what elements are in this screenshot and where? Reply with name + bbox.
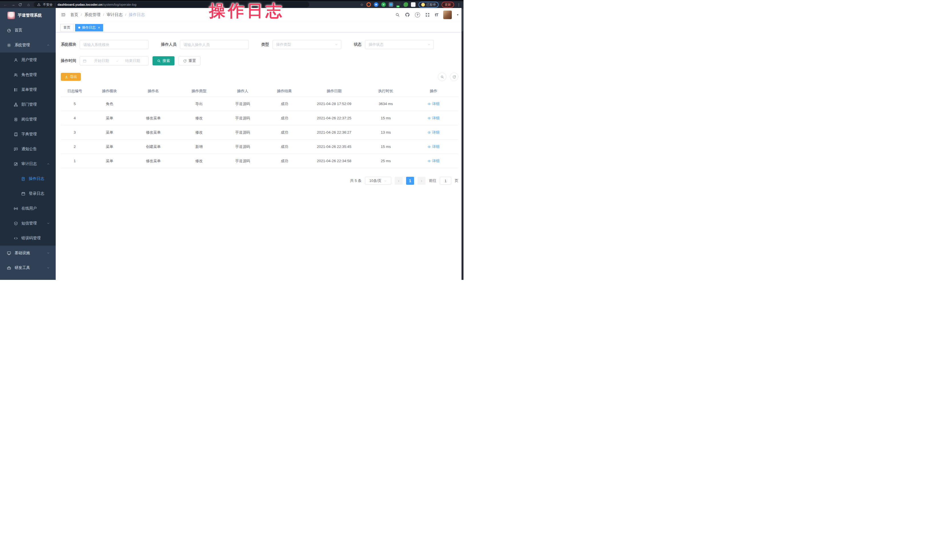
org-tree-icon	[14, 103, 18, 107]
detail-link-label: 详细	[432, 158, 439, 164]
page-number-button[interactable]: 1	[406, 177, 414, 185]
update-button[interactable]: 更新	[442, 2, 454, 8]
sidebar-item-system[interactable]: 系统管理	[0, 38, 56, 53]
sidebar-item-error-codes[interactable]: 错误码管理	[0, 231, 56, 246]
sidebar-item-online-users[interactable]: 在线用户	[0, 201, 56, 216]
total-count: 共 5 条	[350, 178, 362, 183]
prev-page-button[interactable]: ‹	[395, 177, 403, 185]
detail-link[interactable]: 详细	[409, 158, 458, 164]
cell-op-type: 导出	[176, 102, 222, 106]
column-header: 操作	[409, 88, 458, 94]
page-scrollbar[interactable]	[462, 8, 464, 280]
browser-forward-icon[interactable]: →	[11, 3, 16, 6]
refresh-table-button[interactable]	[450, 73, 458, 81]
cell-operator: 芋道源码	[222, 116, 264, 121]
sidebar-item-roles[interactable]: 角色管理	[0, 67, 56, 82]
breadcrumb-separator: /	[103, 12, 104, 17]
sidebar-collapse-icon[interactable]	[61, 12, 66, 17]
code-icon	[14, 236, 18, 240]
toggle-search-button[interactable]	[438, 73, 446, 81]
profile-paused-chip[interactable]: 已暂停	[418, 2, 439, 8]
scrollbar-thumb[interactable]	[462, 9, 463, 32]
browser-home-icon[interactable]: ⌂	[26, 3, 31, 6]
extension-icon[interactable]: V	[381, 2, 386, 7]
user-icon	[14, 58, 18, 62]
fullscreen-icon[interactable]	[425, 12, 430, 17]
export-button-label: 导出	[70, 74, 77, 79]
browser-back-icon[interactable]: ←	[3, 3, 8, 6]
chevron-down-icon	[335, 43, 338, 46]
detail-link-label: 详细	[432, 144, 439, 149]
next-page-button[interactable]: ›	[418, 177, 426, 185]
sidebar-item-label: 错误码管理	[21, 235, 41, 241]
help-icon[interactable]: ?	[415, 12, 420, 17]
cell-log-id: 4	[61, 116, 88, 120]
badge-icon	[14, 117, 18, 121]
extension-icon[interactable]	[404, 2, 408, 7]
cell-op-type: 修改	[176, 116, 222, 121]
page-size-select[interactable]: 10条/页	[365, 177, 391, 185]
extension-icon[interactable]: on	[396, 2, 401, 7]
type-select[interactable]: 操作类型	[272, 40, 341, 49]
sidebar-item-sms[interactable]: 短信管理	[0, 216, 56, 231]
app-logo[interactable]: 芋道管理系统	[0, 8, 56, 23]
puzzle-extension-icon[interactable]	[411, 2, 415, 7]
cell-module: 菜单	[88, 116, 130, 121]
tab-home[interactable]: 首页	[60, 24, 73, 32]
sidebar-item-home[interactable]: 首页	[0, 23, 56, 38]
tab-operate-log[interactable]: 操作日志 ×	[75, 24, 103, 32]
chevron-down-icon	[427, 43, 431, 46]
breadcrumb-item[interactable]: 首页	[70, 12, 78, 17]
search-button[interactable]: 搜索	[152, 56, 175, 65]
font-size-icon[interactable]: tT	[435, 12, 438, 17]
type-label: 类型	[261, 42, 269, 47]
bookmark-star-icon[interactable]: ☆	[360, 3, 363, 7]
detail-link[interactable]: 详细	[409, 130, 458, 135]
search-icon[interactable]	[395, 12, 400, 17]
time-label: 操作时间	[61, 58, 76, 64]
breadcrumb-item[interactable]: 审计日志	[106, 12, 123, 17]
sidebar-item-label: 菜单管理	[21, 87, 37, 92]
pagination: 共 5 条 10条/页 ‹ 1 › 前往 页	[61, 177, 458, 185]
sidebar-item-label: 用户管理	[21, 58, 37, 62]
status-select[interactable]: 操作状态	[365, 40, 434, 49]
sidebar-item-dictionary[interactable]: 字典管理	[0, 127, 56, 142]
sidebar-item-infrastructure[interactable]: 基础设施	[0, 246, 56, 260]
sidebar-item-label: 研发工具	[15, 265, 30, 270]
detail-link[interactable]: 详细	[409, 116, 458, 121]
security-label[interactable]: 不安全	[43, 3, 53, 7]
detail-link[interactable]: 详细	[409, 144, 458, 149]
sidebar-item-notices[interactable]: 通知公告	[0, 142, 56, 156]
detail-link[interactable]: 详细	[409, 102, 458, 106]
cell-op-name: 修改菜单	[131, 158, 176, 164]
sidebar-item-departments[interactable]: 部门管理	[0, 97, 56, 112]
tab-close-icon[interactable]: ×	[98, 26, 100, 30]
sidebar-item-menus[interactable]: 菜单管理	[0, 82, 56, 97]
column-header: 操作人	[222, 88, 264, 94]
user-avatar[interactable]	[443, 11, 452, 19]
column-header: 执行时长	[363, 88, 409, 94]
module-input[interactable]	[80, 40, 149, 49]
monitor-icon	[7, 251, 11, 255]
browser-reload-icon[interactable]	[18, 3, 23, 6]
reset-button[interactable]: 重置	[178, 56, 201, 65]
sidebar-item-posts[interactable]: 岗位管理	[0, 112, 56, 127]
sidebar-item-dev-tools[interactable]: 研发工具	[0, 260, 56, 275]
date-range-picker[interactable]: 开始日期 - 结束日期	[80, 56, 149, 65]
sidebar-item-audit-log[interactable]: 审计日志	[0, 156, 56, 171]
sidebar-item-users[interactable]: 用户管理	[0, 53, 56, 67]
sidebar-item-operate-log[interactable]: 操作日志	[0, 171, 56, 186]
extension-icon[interactable]	[389, 2, 393, 7]
github-icon[interactable]	[405, 12, 410, 17]
address-bar[interactable]: 不安全 dashboard.yudao.iocoder.cn/system/lo…	[34, 2, 309, 8]
caret-down-icon[interactable]: ▾	[457, 13, 458, 16]
sidebar-item-login-log[interactable]: 登录日志	[0, 186, 56, 201]
extension-icon[interactable]	[366, 2, 371, 7]
operator-input[interactable]	[180, 40, 249, 49]
export-button[interactable]: 导出	[61, 73, 81, 81]
extension-icon[interactable]	[374, 2, 378, 7]
goto-page-input[interactable]	[440, 177, 451, 185]
operate-log-table: 日志编号 操作模块 操作名 操作类型 操作人 操作结果 操作日期 执行时长 操作…	[61, 86, 458, 168]
browser-menu-icon[interactable]: ⋮	[457, 3, 460, 7]
breadcrumb-item[interactable]: 系统管理	[85, 12, 100, 17]
